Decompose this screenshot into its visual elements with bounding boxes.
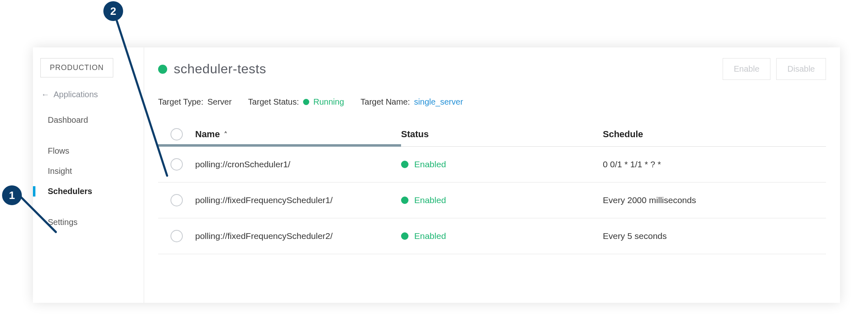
target-name-label: Target Name: — [361, 97, 410, 107]
main-content: scheduler-tests Enable Disable Target Ty… — [144, 47, 840, 303]
enable-button[interactable]: Enable — [723, 58, 770, 80]
target-name: Target Name: single_server — [361, 97, 463, 107]
back-to-applications[interactable]: ← Applications — [33, 87, 144, 110]
back-link-label: Applications — [54, 90, 98, 99]
table-row[interactable]: polling://fixedFrequencyScheduler2/ Enab… — [158, 218, 826, 254]
col-header-name[interactable]: Name ˄ — [195, 129, 401, 140]
target-status-value: Running — [313, 97, 344, 107]
target-type-value: Server — [208, 97, 232, 107]
row-schedule: Every 2000 milliseconds — [603, 195, 826, 205]
action-buttons: Enable Disable — [723, 58, 826, 80]
sidebar: PRODUCTION ← Applications Dashboard Flow… — [33, 47, 144, 303]
col-header-select — [158, 128, 195, 140]
sidebar-item-flows[interactable]: Flows — [33, 141, 144, 161]
col-header-schedule[interactable]: Schedule — [603, 129, 826, 140]
disable-button[interactable]: Disable — [776, 58, 826, 80]
sidebar-item-dashboard[interactable]: Dashboard — [33, 110, 144, 130]
schedulers-table: Name ˄ Status Schedule polling://cronSch… — [158, 122, 826, 254]
col-header-name-label: Name — [195, 129, 220, 140]
status-dot-icon — [401, 161, 408, 168]
sidebar-spacer — [33, 130, 144, 141]
select-all-radio[interactable] — [170, 128, 183, 140]
sidebar-item-insight[interactable]: Insight — [33, 161, 144, 181]
row-schedule: 0 0/1 * 1/1 * ? * — [603, 159, 826, 169]
sorted-column-underline — [158, 144, 401, 147]
col-header-schedule-label: Schedule — [603, 129, 643, 140]
environment-selector[interactable]: PRODUCTION — [40, 58, 113, 77]
target-meta-row: Target Type: Server Target Status: Runni… — [158, 97, 826, 107]
app-status-dot-icon — [158, 65, 167, 74]
table-header-row: Name ˄ Status Schedule — [158, 122, 826, 147]
callout-marker-2: 2 — [103, 1, 123, 21]
sidebar-nav: Dashboard Flows Insight Schedulers Setti… — [33, 110, 144, 232]
sidebar-item-settings[interactable]: Settings — [33, 212, 144, 232]
arrow-left-icon: ← — [41, 90, 49, 99]
row-name: polling://fixedFrequencyScheduler2/ — [195, 231, 401, 241]
status-dot-icon — [401, 232, 408, 240]
sidebar-item-schedulers[interactable]: Schedulers — [33, 181, 144, 201]
row-select-radio[interactable] — [170, 158, 183, 171]
row-schedule: Every 5 seconds — [603, 231, 826, 241]
table-row[interactable]: polling://fixedFrequencyScheduler1/ Enab… — [158, 183, 826, 218]
target-name-value[interactable]: single_server — [414, 97, 463, 107]
page-header: scheduler-tests Enable Disable — [158, 58, 826, 80]
row-name: polling://fixedFrequencyScheduler1/ — [195, 195, 401, 205]
row-status: Enabled — [401, 195, 603, 205]
table-row[interactable]: polling://cronScheduler1/ Enabled 0 0/1 … — [158, 147, 826, 183]
row-status-text: Enabled — [414, 231, 446, 241]
row-name: polling://cronScheduler1/ — [195, 159, 401, 169]
callout-marker-1: 1 — [2, 185, 22, 205]
target-status-dot-icon — [303, 99, 309, 105]
app-frame: PRODUCTION ← Applications Dashboard Flow… — [33, 47, 840, 303]
row-status-text: Enabled — [414, 195, 446, 205]
sidebar-spacer — [33, 201, 144, 212]
row-status: Enabled — [401, 231, 603, 241]
target-status: Target Status: Running — [248, 97, 344, 107]
row-select-radio[interactable] — [170, 194, 183, 206]
title-area: scheduler-tests — [158, 61, 266, 77]
page-title: scheduler-tests — [174, 61, 266, 77]
row-status-text: Enabled — [414, 159, 446, 169]
target-type-label: Target Type: — [158, 97, 203, 107]
row-select-radio[interactable] — [170, 230, 183, 242]
target-status-label: Target Status: — [248, 97, 299, 107]
row-status: Enabled — [401, 159, 603, 169]
col-header-status[interactable]: Status — [401, 129, 603, 140]
target-type: Target Type: Server — [158, 97, 232, 107]
status-dot-icon — [401, 197, 408, 204]
sort-ascending-icon: ˄ — [224, 131, 227, 138]
col-header-status-label: Status — [401, 129, 429, 140]
